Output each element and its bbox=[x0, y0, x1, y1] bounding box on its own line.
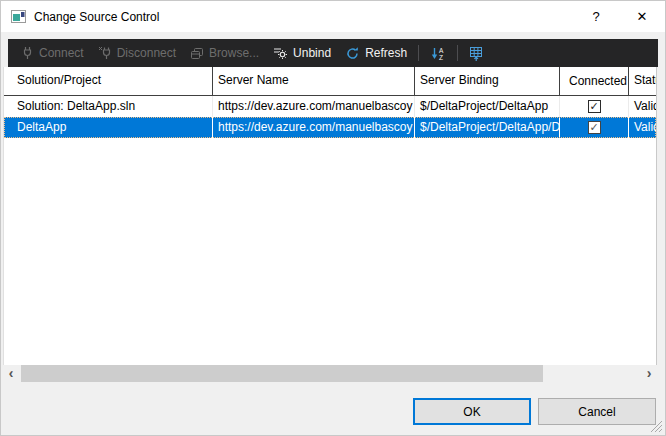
cancel-button[interactable]: Cancel bbox=[538, 398, 656, 425]
sort-az-icon: A Z bbox=[430, 46, 446, 61]
connect-button[interactable]: Connect bbox=[14, 41, 91, 65]
cell-status: Valid bbox=[629, 96, 657, 117]
scroll-right-arrow-icon[interactable]: › bbox=[641, 365, 657, 382]
sort-letter-a: A bbox=[439, 46, 444, 53]
toolbar-separator bbox=[457, 45, 458, 61]
plug-icon bbox=[21, 46, 34, 60]
dialog-title: Change Source Control bbox=[34, 10, 159, 24]
horizontal-scrollbar[interactable]: ‹ › bbox=[3, 365, 657, 382]
table-row-solution[interactable]: Solution: DeltaApp.sln https://dev.azure… bbox=[4, 96, 656, 117]
connected-checkbox[interactable]: ✓ bbox=[588, 100, 601, 113]
scrollbar-thumb[interactable] bbox=[21, 365, 543, 382]
browse-window-icon bbox=[190, 47, 204, 60]
column-header-connected[interactable]: Connected bbox=[560, 67, 629, 95]
unbind-icon bbox=[273, 46, 288, 60]
column-header-server-binding[interactable]: Server Binding bbox=[415, 67, 560, 95]
plug-disconnect-icon bbox=[98, 46, 112, 60]
column-header-solution-project[interactable]: Solution/Project bbox=[4, 67, 213, 95]
unbind-button[interactable]: Unbind bbox=[266, 41, 338, 65]
disconnect-button[interactable]: Disconnect bbox=[91, 41, 183, 65]
sort-button[interactable]: A Z bbox=[423, 41, 453, 65]
help-button[interactable]: ? bbox=[573, 1, 619, 32]
cell-server-name: https://dev.azure.com/manuelbascoy bbox=[213, 117, 415, 138]
table-row-deltaapp[interactable]: DeltaApp https://dev.azure.com/manuelbas… bbox=[4, 117, 656, 138]
connected-checkbox[interactable]: ✓ bbox=[588, 121, 601, 134]
ok-button[interactable]: OK bbox=[413, 398, 531, 425]
cell-connected: ✓ bbox=[560, 117, 629, 138]
scroll-left-arrow-icon[interactable]: ‹ bbox=[3, 365, 19, 382]
dialog-icon bbox=[11, 10, 26, 23]
unbind-label: Unbind bbox=[293, 46, 331, 60]
browse-button[interactable]: Browse... bbox=[183, 41, 266, 65]
cell-server-binding: $/DeltaProject/DeltaApp/D bbox=[415, 117, 560, 138]
change-source-control-dialog: Change Source Control ? ✕ Connect Discon… bbox=[0, 0, 666, 436]
choose-columns-button[interactable] bbox=[462, 41, 491, 65]
cell-server-binding: $/DeltaProject/DeltaApp bbox=[415, 96, 560, 117]
title-bar: Change Source Control ? ✕ bbox=[1, 1, 665, 32]
cell-solution-project: DeltaApp bbox=[4, 117, 213, 138]
close-button[interactable]: ✕ bbox=[619, 1, 665, 32]
refresh-label: Refresh bbox=[365, 46, 407, 60]
column-header-server-name[interactable]: Server Name bbox=[213, 67, 415, 95]
refresh-icon bbox=[345, 46, 360, 61]
cell-solution-project: Solution: DeltaApp.sln bbox=[4, 96, 213, 117]
cell-server-name: https://dev.azure.com/manuelbascoy bbox=[213, 96, 415, 117]
refresh-button[interactable]: Refresh bbox=[338, 41, 414, 65]
connect-label: Connect bbox=[39, 46, 84, 60]
column-grid-icon bbox=[469, 46, 484, 61]
sort-letter-z: Z bbox=[439, 54, 443, 61]
toolbar-separator bbox=[418, 45, 419, 61]
browse-label: Browse... bbox=[209, 46, 259, 60]
cell-status: Valid bbox=[629, 117, 657, 138]
bindings-table: Solution/Project Server Name Server Bind… bbox=[3, 67, 657, 365]
disconnect-label: Disconnect bbox=[117, 46, 176, 60]
resize-grip[interactable] bbox=[650, 420, 663, 433]
column-header-status[interactable]: Status bbox=[629, 67, 657, 95]
table-header-row: Solution/Project Server Name Server Bind… bbox=[4, 67, 656, 96]
cell-connected: ✓ bbox=[560, 96, 629, 117]
source-control-toolbar: Connect Disconnect Browse... bbox=[8, 39, 658, 67]
